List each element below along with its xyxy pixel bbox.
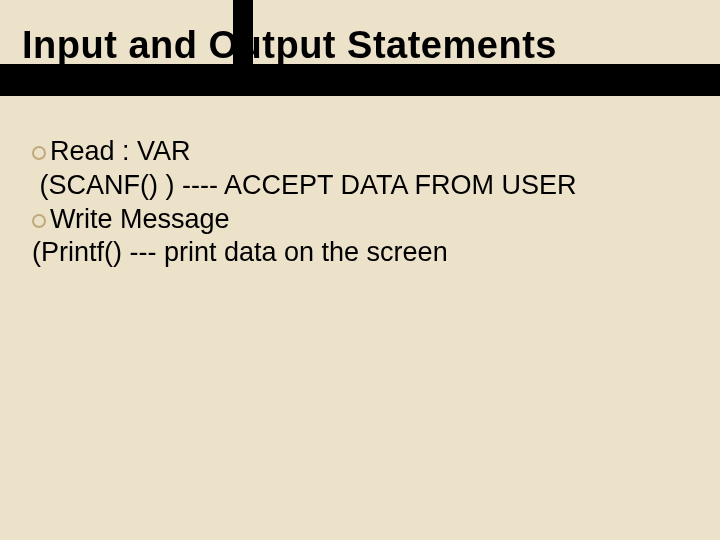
bullet-subtext: (Printf() --- print data on the screen (32, 236, 692, 270)
bullet-subtext: (SCANF() ) ---- ACCEPT DATA FROM USER (32, 169, 692, 203)
bullet-icon (32, 146, 46, 160)
bullet-icon (32, 214, 46, 228)
slide-body: Read : VAR (SCANF() ) ---- ACCEPT DATA F… (32, 135, 692, 270)
list-item: Write Message (32, 203, 692, 237)
bullet-head: Read : VAR (50, 136, 191, 166)
header-band: Input and Output Statements (0, 0, 720, 96)
slide-title: Input and Output Statements (22, 24, 557, 67)
list-item: Read : VAR (32, 135, 692, 169)
bullet-head: Write Message (50, 204, 230, 234)
